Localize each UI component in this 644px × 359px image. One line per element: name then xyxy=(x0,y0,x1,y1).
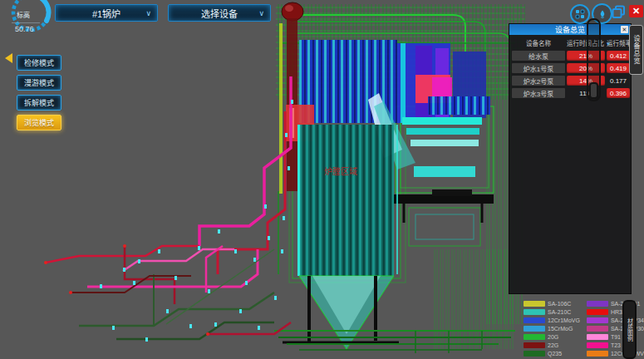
color-swatch xyxy=(524,309,545,315)
boiler-select-value: #1锅炉 xyxy=(92,7,120,20)
color-swatch xyxy=(524,317,545,323)
app-root: 炉膛区域 xyxy=(0,0,644,359)
freq-badge: 0.419 xyxy=(607,63,630,73)
device-name: 给水泵 xyxy=(512,51,565,61)
riser-pipe-yellow xyxy=(279,23,283,194)
freq-badge: 0.396 xyxy=(607,88,630,98)
furnace-body[interactable]: 炉膛区域 xyxy=(297,125,394,276)
table-row[interactable]: 炉水1号泵 20% 0.419 xyxy=(512,63,628,73)
color-swatch xyxy=(587,317,608,323)
mode-button-overhaul[interactable]: 检修模式 xyxy=(17,55,61,71)
legend-item: 20G xyxy=(524,334,580,341)
boiler-select[interactable]: #1锅炉 ∨ xyxy=(55,4,158,22)
mode-button-disassemble[interactable]: 拆解模式 xyxy=(17,95,61,111)
freq-badge: 0.177 xyxy=(607,76,630,86)
gauge-divider xyxy=(12,22,40,23)
freq-badge: 0.412 xyxy=(607,51,630,61)
legend-label: 12Cr1MoVG xyxy=(548,317,580,323)
table-header-row: 设备名称 运行时间占比 ▼ 运行频率 xyxy=(512,38,628,47)
device-name: 炉水3号泵 xyxy=(512,88,565,98)
device-select[interactable]: 选择设备 ∨ xyxy=(168,4,271,22)
close-icon[interactable]: ✕ xyxy=(629,5,643,17)
legend-label: Q235 xyxy=(548,351,562,357)
material-legend: SA-106C SA-210C 12Cr1MoVG 15CrMoG 20G 22… xyxy=(524,301,622,357)
color-swatch xyxy=(524,342,545,348)
device-name: 炉水2号泵 xyxy=(512,76,565,86)
gauge-label: 标高 xyxy=(17,10,30,19)
device-overview-panel: 设备总览 ✕ 设备名称 运行时间占比 ▼ 运行频率 给水泵 21% 0.412 … xyxy=(509,23,632,294)
legend-item: Q235 xyxy=(524,351,580,357)
legend-label: SA-210C xyxy=(548,309,571,315)
panel-close-icon[interactable]: ✕ xyxy=(621,26,628,33)
device-name: 炉水1号泵 xyxy=(512,63,565,73)
chevron-down-icon: ∨ xyxy=(145,9,151,17)
col-header-name: 设备名称 xyxy=(512,38,565,47)
col-header-freq: 运行频率 xyxy=(607,38,630,47)
slider-handle[interactable] xyxy=(589,82,598,99)
color-swatch xyxy=(524,351,545,357)
legend-column-left: SA-106C SA-210C 12Cr1MoVG 15CrMoG 20G 22… xyxy=(524,301,580,357)
main-feed-pipes[interactable] xyxy=(199,76,291,274)
mode-button-roam[interactable]: 漫游模式 xyxy=(17,75,61,91)
table-row[interactable]: 炉水3号泵 11% 0.396 xyxy=(512,88,628,98)
legend-label: 22G xyxy=(548,342,558,348)
device-select-value: 选择设备 xyxy=(201,7,238,20)
legend-label: SA-106C xyxy=(548,301,571,307)
economizer-banks[interactable] xyxy=(394,117,494,223)
color-swatch xyxy=(587,334,608,340)
color-swatch xyxy=(524,326,545,332)
valve-markers[interactable] xyxy=(100,100,293,342)
legend-item: 15CrMoG xyxy=(524,326,580,332)
chevron-down-icon: ∨ xyxy=(258,9,264,17)
legend-item: SA-210C xyxy=(524,309,580,316)
legend-item: 22G xyxy=(524,342,580,349)
gauge-value: 50.76 xyxy=(15,25,34,33)
layers-icon[interactable] xyxy=(612,5,627,22)
mode-button-browse[interactable]: 浏览模式 xyxy=(17,115,61,130)
color-swatch xyxy=(587,342,608,348)
furnace-label: 炉膛区域 xyxy=(324,166,357,176)
device-table: 设备名称 运行时间占比 ▼ 运行频率 给水泵 21% 0.412 炉水1号泵 2… xyxy=(509,35,631,104)
collapse-arrow-icon[interactable] xyxy=(5,53,12,63)
table-row[interactable]: 给水泵 21% 0.412 xyxy=(512,51,628,61)
tab-device-overview[interactable]: 设备总览 xyxy=(629,25,643,75)
panel-title-bar[interactable]: 设备总览 ✕ xyxy=(509,24,631,35)
color-swatch xyxy=(587,309,608,315)
vertical-slider[interactable] xyxy=(587,18,601,101)
legend-label: 20G xyxy=(548,334,558,340)
table-row[interactable]: 炉水2号泵 14% 0.177 xyxy=(512,76,628,86)
legend-label: 15CrMoG xyxy=(548,326,573,332)
color-swatch xyxy=(587,326,608,332)
legend-item: 12Cr1MoVG xyxy=(524,317,580,324)
color-swatch xyxy=(524,334,545,340)
legend-label: T91 xyxy=(611,334,621,340)
color-swatch xyxy=(587,301,608,307)
legend-label: T23 xyxy=(611,342,621,348)
panel-title: 设备总览 xyxy=(555,24,585,35)
color-swatch xyxy=(587,351,608,357)
tab-material-legend[interactable]: 材质图例 xyxy=(622,300,637,359)
legend-item: SA-106C xyxy=(524,301,580,307)
color-swatch xyxy=(524,301,545,307)
steam-drum[interactable] xyxy=(282,2,303,21)
drum-highlight xyxy=(285,5,293,12)
